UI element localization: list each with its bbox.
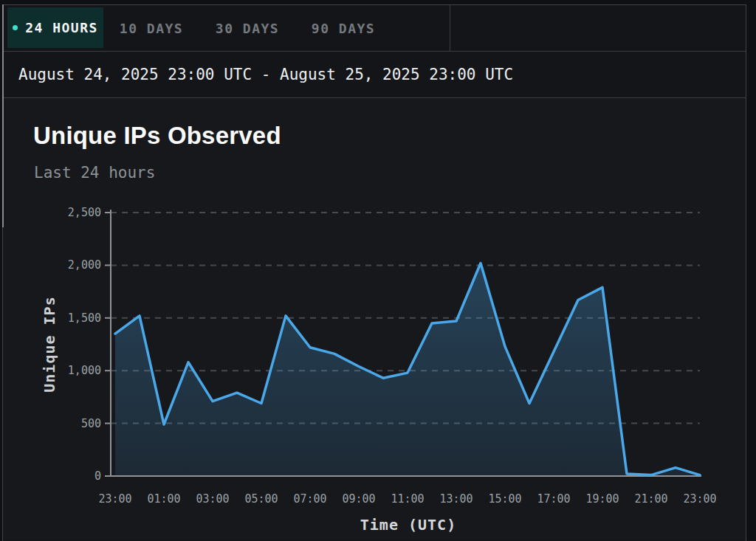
- app-window: 24 HOURS 10 DAYS 30 DAYS 90 DAYS August …: [0, 0, 756, 541]
- tab-label: 24 HOURS: [25, 20, 98, 35]
- main-panel: 24 HOURS 10 DAYS 30 DAYS 90 DAYS August …: [2, 4, 746, 541]
- tab-90-days[interactable]: 90 DAYS: [295, 5, 391, 51]
- date-range-bar: August 24, 2025 23:00 UTC - August 25, 2…: [3, 52, 746, 98]
- tab-label: 30 DAYS: [216, 21, 279, 36]
- tab-30-days[interactable]: 30 DAYS: [199, 5, 295, 51]
- tab-10-days[interactable]: 10 DAYS: [103, 5, 199, 51]
- active-tab-dot-icon: [13, 25, 18, 30]
- time-range-tab-group: 24 HOURS 10 DAYS 30 DAYS 90 DAYS: [3, 5, 450, 51]
- tab-label: 90 DAYS: [312, 21, 375, 36]
- unique-ips-card: Unique IPs Observed Last 24 hours: [3, 98, 746, 540]
- tab-24-hours[interactable]: 24 HOURS: [7, 7, 103, 48]
- time-range-tab-bar: 24 HOURS 10 DAYS 30 DAYS 90 DAYS: [3, 5, 746, 52]
- tab-label: 10 DAYS: [120, 21, 183, 36]
- card-subtitle: Last 24 hours: [34, 164, 155, 182]
- left-edge-scroll-highlight: [2, 4, 4, 227]
- date-range-text: August 24, 2025 23:00 UTC - August 25, 2…: [18, 66, 513, 83]
- card-title: Unique IPs Observed: [33, 122, 281, 150]
